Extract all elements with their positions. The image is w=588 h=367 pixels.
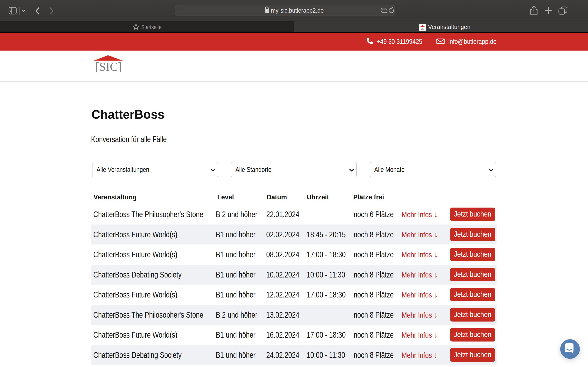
svg-text:[SIC]: [SIC] [420,27,425,30]
